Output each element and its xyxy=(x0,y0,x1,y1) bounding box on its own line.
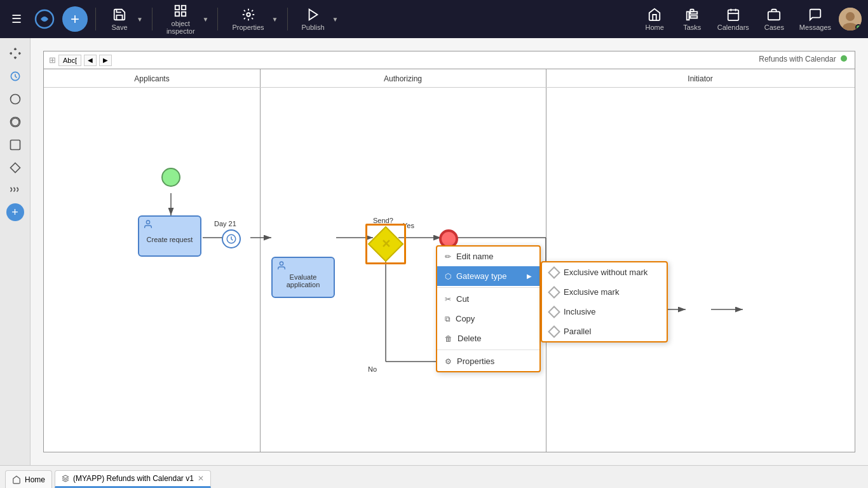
arrow-tool[interactable] xyxy=(5,66,25,86)
svg-point-35 xyxy=(146,220,149,224)
gateway-submenu: Exclusive without mark Exclusive mark In… xyxy=(541,261,668,342)
tasks-nav-button[interactable]: Tasks xyxy=(675,5,710,34)
task-tool[interactable] xyxy=(5,135,25,155)
timer-icon xyxy=(226,233,237,245)
evaluate-application-label: Evaluateapplication xyxy=(287,273,320,288)
diagram-tab-icon xyxy=(62,475,69,482)
task-user-icon-2 xyxy=(276,261,287,271)
event-start-tool[interactable] xyxy=(5,89,25,109)
home-tab[interactable]: Home xyxy=(5,470,52,488)
lane-label-applicants: Applicants xyxy=(44,74,260,83)
object-inspector-group: objectinspector ▼ xyxy=(160,1,210,37)
main-area: + ⊞ Abc[ ◀ ▶ Refunds with Calendar xyxy=(0,38,868,465)
svg-point-17 xyxy=(10,95,20,104)
diagram-prev-arrow[interactable]: ◀ xyxy=(84,55,97,66)
object-inspector-button[interactable]: objectinspector xyxy=(160,1,201,37)
save-tool-group: Save ▼ xyxy=(104,5,144,34)
properties-dropdown-arrow[interactable]: ▼ xyxy=(271,15,280,24)
svg-rect-1 xyxy=(175,5,179,9)
submenu-inclusive[interactable]: Inclusive xyxy=(542,302,667,322)
context-menu-divider-2 xyxy=(437,349,539,350)
properties-button[interactable]: Properties xyxy=(226,5,270,34)
properties-group: Properties ▼ xyxy=(226,5,279,34)
save-button[interactable]: Save xyxy=(104,5,135,34)
publish-icon xyxy=(306,8,320,22)
submenu-exclusive-without-mark[interactable]: Exclusive without mark xyxy=(542,262,667,282)
context-menu-gateway-type[interactable]: ⬡ Gateway type ▶ xyxy=(437,266,539,286)
svg-rect-8 xyxy=(728,10,739,20)
properties-label: Properties xyxy=(232,24,264,31)
diagram-tab-close[interactable]: ✕ xyxy=(198,474,204,483)
add-button[interactable]: + xyxy=(62,6,88,32)
diagram-title-icon: ⊞ xyxy=(49,55,56,65)
hamburger-icon[interactable]: ☰ xyxy=(6,7,27,31)
calendars-nav-label: Calendars xyxy=(717,24,749,31)
save-dropdown-arrow[interactable]: ▼ xyxy=(135,15,144,24)
move-tool[interactable] xyxy=(5,43,25,64)
calendars-nav-button[interactable]: Calendars xyxy=(712,5,754,34)
object-inspector-label: objectinspector xyxy=(166,20,195,35)
cases-nav-label: Cases xyxy=(764,24,784,31)
evaluate-application-task[interactable]: Evaluateapplication xyxy=(271,257,335,298)
svg-point-14 xyxy=(846,12,855,21)
edit-name-label: Edit name xyxy=(456,252,494,261)
diagram-top-bar: ⊞ Abc[ ◀ ▶ Refunds with Calendar xyxy=(44,51,855,69)
context-menu-divider-1 xyxy=(437,287,539,288)
gateway-tool[interactable] xyxy=(5,158,25,178)
gateway-1-container[interactable]: ✕ xyxy=(367,225,405,263)
messages-nav-label: Messages xyxy=(799,24,831,31)
cut-label: Cut xyxy=(456,294,469,304)
home-nav-button[interactable]: Home xyxy=(637,5,672,34)
separator-1 xyxy=(95,8,96,30)
submenu-parallel[interactable]: Parallel xyxy=(542,322,667,341)
canvas-wrapper: ⊞ Abc[ ◀ ▶ Refunds with Calendar xyxy=(31,38,868,465)
svg-rect-3 xyxy=(175,11,179,15)
canvas[interactable]: ⊞ Abc[ ◀ ▶ Refunds with Calendar xyxy=(31,38,868,465)
context-menu-edit-name[interactable]: ✏ Edit name xyxy=(437,247,539,266)
gateway-type-label: Gateway type xyxy=(456,271,507,281)
svg-rect-4 xyxy=(182,11,186,15)
diagram-tab-label: (MYAPP) Refunds with Calendar v1 xyxy=(73,474,194,483)
svg-marker-6 xyxy=(309,9,317,20)
event-intermediate-tool[interactable] xyxy=(5,112,25,132)
online-status-dot xyxy=(855,24,862,30)
svg-rect-20 xyxy=(10,140,20,150)
context-menu-copy[interactable]: ⧉ Copy xyxy=(437,309,539,329)
svg-point-37 xyxy=(280,262,283,265)
inclusive-label: Inclusive xyxy=(564,307,596,316)
yes-label: Yes xyxy=(403,222,414,229)
create-request-task[interactable]: Create request xyxy=(138,215,201,257)
context-menu-delete[interactable]: 🗑 Delete xyxy=(437,329,539,348)
object-inspector-dropdown-arrow[interactable]: ▼ xyxy=(201,15,210,24)
cases-nav-button[interactable]: Cases xyxy=(757,5,792,34)
home-tab-label: Home xyxy=(25,475,45,484)
add-element-button[interactable]: + xyxy=(6,203,24,221)
publish-dropdown-arrow[interactable]: ▼ xyxy=(331,15,340,24)
lane-title-divider xyxy=(44,87,855,88)
context-menu-properties[interactable]: ⚙ Properties xyxy=(437,351,539,371)
object-inspector-icon xyxy=(173,4,187,18)
tasks-nav-icon xyxy=(685,8,699,22)
svg-point-19 xyxy=(11,118,19,126)
sequence-flow-tool[interactable] xyxy=(5,180,25,201)
lane-divider-2 xyxy=(546,69,546,452)
save-label: Save xyxy=(111,24,127,31)
submenu-exclusive-with-mark[interactable]: Exclusive mark xyxy=(542,282,667,302)
diagram-next-arrow[interactable]: ▶ xyxy=(99,55,112,66)
publish-button[interactable]: Publish xyxy=(295,5,331,34)
messages-nav-button[interactable]: Messages xyxy=(794,5,836,34)
navbar: ☰ + Save ▼ object xyxy=(0,0,868,38)
user-avatar[interactable] xyxy=(839,8,862,30)
timer-event[interactable] xyxy=(222,229,241,248)
home-nav-label: Home xyxy=(646,24,664,31)
diamond-icon-4 xyxy=(548,325,560,338)
home-nav-icon xyxy=(648,8,661,22)
context-menu-cut[interactable]: ✂ Cut xyxy=(437,289,539,309)
create-request-label: Create request xyxy=(147,236,193,243)
diagram-tab[interactable]: (MYAPP) Refunds with Calendar v1 ✕ xyxy=(55,470,211,488)
send-label-1: Send? xyxy=(373,217,393,224)
start-event[interactable] xyxy=(161,168,180,187)
messages-nav-icon xyxy=(808,8,822,22)
calendars-nav-icon xyxy=(726,8,740,22)
svg-marker-21 xyxy=(10,163,20,173)
